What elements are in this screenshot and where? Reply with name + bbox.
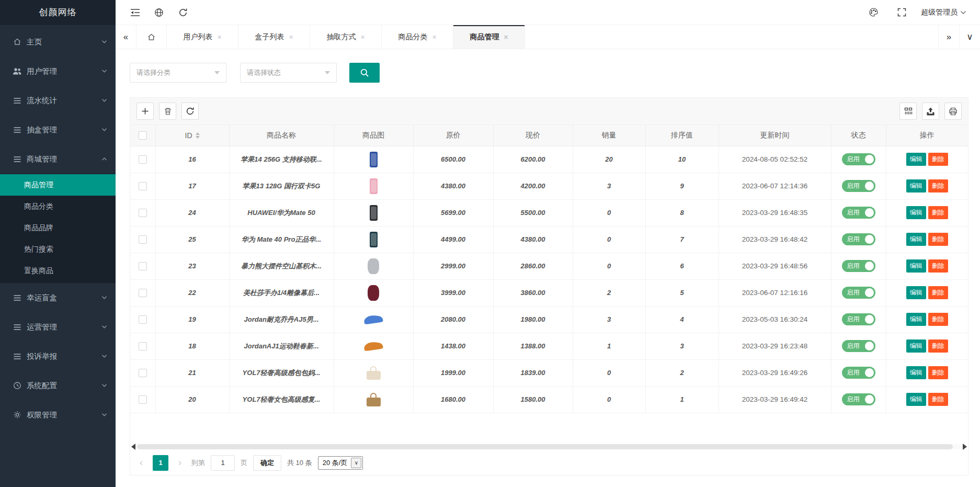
next-page-icon[interactable]: › bbox=[174, 457, 186, 468]
status-toggle[interactable]: 启用 bbox=[842, 180, 875, 192]
edit-button[interactable]: 编辑 bbox=[906, 366, 926, 379]
toggle-knob-icon bbox=[865, 342, 874, 350]
delete-button[interactable]: 删除 bbox=[928, 206, 948, 219]
row-checkbox[interactable] bbox=[139, 235, 147, 244]
row-checkbox[interactable] bbox=[139, 289, 147, 297]
current-page-button[interactable]: 1 bbox=[153, 455, 168, 471]
tab-box-list[interactable]: 盒子列表× bbox=[238, 25, 310, 49]
edit-button[interactable]: 编辑 bbox=[906, 313, 926, 326]
scrollbar-thumb[interactable] bbox=[137, 444, 953, 449]
edit-button[interactable]: 编辑 bbox=[906, 393, 926, 406]
status-select[interactable]: 请选择状态 bbox=[240, 63, 337, 83]
edit-button[interactable]: 编辑 bbox=[906, 339, 926, 353]
sidebar-item-system-config[interactable]: 系统配置 bbox=[0, 371, 116, 400]
delete-button[interactable]: 删除 bbox=[928, 286, 948, 299]
goto-page-input[interactable] bbox=[211, 455, 235, 471]
sidebar-item-home[interactable]: 主页 bbox=[0, 27, 116, 56]
tabs-scroll-right-icon[interactable]: » bbox=[938, 25, 959, 49]
row-checkbox[interactable] bbox=[139, 342, 147, 350]
export-button[interactable] bbox=[922, 103, 939, 120]
edit-button[interactable]: 编辑 bbox=[906, 206, 926, 219]
close-icon[interactable]: × bbox=[504, 33, 508, 41]
edit-button[interactable]: 编辑 bbox=[906, 179, 926, 192]
sidebar-item-operation-manage[interactable]: 运营管理 bbox=[0, 312, 116, 342]
delete-button[interactable]: 删除 bbox=[928, 233, 948, 246]
sidebar-item-lucky-box[interactable]: 幸运盲盒 bbox=[0, 283, 116, 312]
fullscreen-icon[interactable] bbox=[890, 0, 914, 25]
column-header-id[interactable]: ID bbox=[155, 125, 229, 146]
scroll-right-arrow-icon[interactable] bbox=[963, 444, 967, 450]
columns-filter-button[interactable] bbox=[899, 103, 917, 120]
close-icon[interactable]: × bbox=[217, 33, 221, 41]
delete-button[interactable]: 删除 bbox=[928, 179, 948, 192]
tabs-scroll-left-icon[interactable]: « bbox=[116, 25, 136, 49]
refresh-icon[interactable] bbox=[171, 0, 195, 25]
delete-button[interactable]: 删除 bbox=[928, 153, 948, 166]
tab-goods-category[interactable]: 商品分类× bbox=[382, 25, 453, 49]
delete-button[interactable]: 删除 bbox=[928, 366, 948, 379]
chevron-down-icon bbox=[101, 296, 107, 300]
status-toggle[interactable]: 启用 bbox=[842, 233, 875, 245]
sidebar-item-user-manage[interactable]: 用户管理 bbox=[0, 56, 116, 86]
status-toggle[interactable]: 启用 bbox=[842, 367, 875, 379]
scrollbar-track[interactable] bbox=[137, 444, 961, 449]
row-checkbox[interactable] bbox=[139, 209, 147, 217]
refresh-table-button[interactable] bbox=[181, 103, 199, 120]
tabs-menu-icon[interactable]: ∨ bbox=[959, 25, 980, 49]
edit-button[interactable]: 编辑 bbox=[906, 259, 926, 273]
status-toggle[interactable]: 启用 bbox=[842, 287, 875, 299]
status-toggle[interactable]: 启用 bbox=[842, 153, 875, 165]
print-button[interactable] bbox=[944, 103, 962, 120]
sidebar-item-permission-manage[interactable]: 权限管理 bbox=[0, 400, 116, 429]
add-button[interactable] bbox=[136, 103, 154, 120]
sort-icon[interactable] bbox=[196, 132, 200, 139]
tab-goods-manage[interactable]: 商品管理× bbox=[453, 25, 525, 49]
close-icon[interactable]: × bbox=[289, 33, 293, 41]
status-toggle[interactable]: 启用 bbox=[842, 393, 875, 405]
per-page-select[interactable]: 20 条/页 ∨ bbox=[318, 456, 363, 470]
sidebar-item-goods-manage[interactable]: 商品管理 bbox=[0, 174, 116, 196]
delete-button[interactable]: 删除 bbox=[928, 313, 948, 326]
sidebar-item-goods-brand[interactable]: 商品品牌 bbox=[0, 217, 116, 239]
delete-button[interactable]: 删除 bbox=[928, 393, 948, 406]
tab-draw-mode[interactable]: 抽取方式× bbox=[310, 25, 382, 49]
status-toggle[interactable]: 启用 bbox=[842, 313, 875, 325]
scroll-left-arrow-icon[interactable] bbox=[131, 444, 135, 450]
delete-selected-button[interactable] bbox=[159, 103, 176, 120]
row-checkbox[interactable] bbox=[139, 315, 147, 324]
collapse-menu-icon[interactable] bbox=[123, 0, 147, 25]
sidebar-item-mall-manage[interactable]: 商城管理 bbox=[0, 144, 116, 174]
globe-icon[interactable] bbox=[147, 0, 171, 25]
close-icon[interactable]: × bbox=[360, 33, 364, 41]
sidebar-item-hot-search[interactable]: 热门搜索 bbox=[0, 239, 116, 260]
sidebar-item-exchange-goods[interactable]: 置换商品 bbox=[0, 260, 116, 281]
goto-confirm-button[interactable]: 确定 bbox=[253, 455, 281, 471]
search-button[interactable] bbox=[349, 63, 380, 83]
sidebar-item-complaint-report[interactable]: 投诉举报 bbox=[0, 342, 116, 371]
edit-button[interactable]: 编辑 bbox=[906, 286, 926, 299]
edit-button[interactable]: 编辑 bbox=[906, 233, 926, 246]
status-toggle[interactable]: 启用 bbox=[842, 340, 875, 352]
row-checkbox[interactable] bbox=[139, 262, 147, 270]
row-checkbox[interactable] bbox=[139, 395, 147, 404]
prev-page-icon[interactable]: ‹ bbox=[135, 457, 147, 468]
caret-down-icon bbox=[214, 71, 220, 74]
row-checkbox[interactable] bbox=[139, 182, 147, 190]
status-toggle[interactable]: 启用 bbox=[842, 207, 875, 219]
home-tab[interactable] bbox=[136, 25, 167, 49]
palette-icon[interactable] bbox=[861, 0, 885, 25]
user-dropdown[interactable]: 超级管理员 bbox=[918, 8, 970, 17]
category-select[interactable]: 请选择分类 bbox=[130, 63, 226, 83]
row-checkbox[interactable] bbox=[139, 155, 147, 164]
close-icon[interactable]: × bbox=[432, 33, 436, 41]
edit-button[interactable]: 编辑 bbox=[906, 153, 926, 166]
sidebar-item-goods-category[interactable]: 商品分类 bbox=[0, 196, 116, 217]
sidebar-item-flow-stats[interactable]: 流水统计 bbox=[0, 86, 116, 115]
sidebar-item-box-manage[interactable]: 抽盒管理 bbox=[0, 115, 116, 144]
row-checkbox[interactable] bbox=[139, 369, 147, 377]
tab-user-list[interactable]: 用户列表× bbox=[167, 25, 238, 49]
delete-button[interactable]: 删除 bbox=[928, 259, 948, 273]
delete-button[interactable]: 删除 bbox=[928, 339, 948, 353]
status-toggle[interactable]: 启用 bbox=[842, 260, 875, 272]
select-all-checkbox[interactable] bbox=[139, 131, 147, 140]
